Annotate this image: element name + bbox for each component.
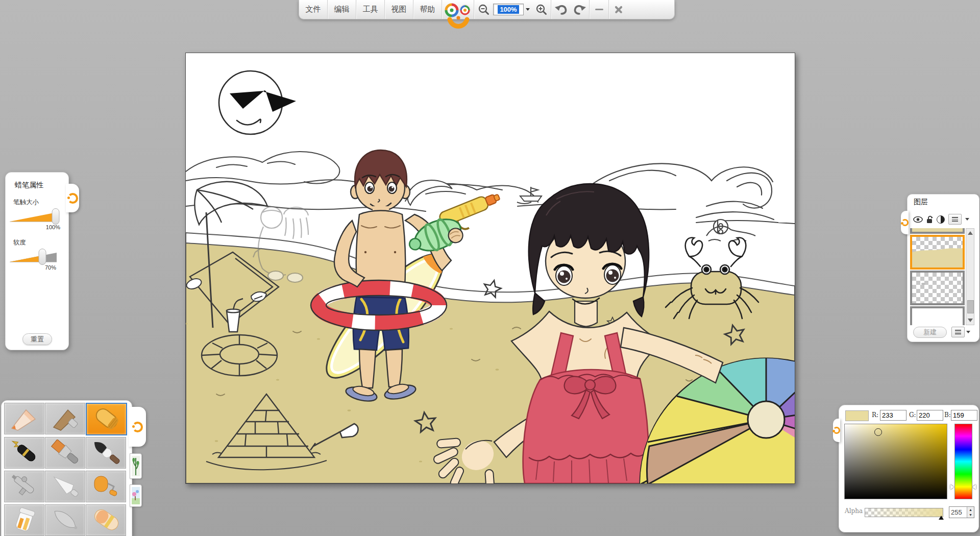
panel-collapse-tab[interactable] (901, 211, 909, 234)
picture-stamp-button[interactable] (130, 484, 142, 507)
sv-cursor[interactable] (874, 428, 882, 436)
zoom-in-button[interactable] (532, 0, 551, 19)
tool-eraser[interactable] (86, 504, 126, 536)
tool-paint-roller[interactable] (86, 471, 126, 502)
panel-collapse-tab[interactable] (833, 419, 840, 442)
color-picker-panel: R: G: B: Alpha ▲▼ (839, 405, 979, 532)
scroll-up-icon[interactable] (968, 231, 973, 235)
plant-icon (132, 456, 140, 476)
desktop: 文件 编辑 工具 视图 帮助 (0, 0, 980, 536)
close-icon (614, 5, 623, 14)
collapse-handle-icon (833, 427, 840, 434)
zoom-dropdown-button[interactable] (524, 0, 532, 19)
alpha-spinbox[interactable]: ▲▼ (949, 506, 974, 518)
saturation-value-picker[interactable] (844, 424, 947, 499)
new-layer-button[interactable]: 新建 (913, 327, 947, 338)
crayon-properties-panel: 蜡笔属性 笔触大小 100% 软度 70% 重置 (5, 172, 69, 350)
collapse-handle-icon (901, 219, 909, 226)
tool-palette-knife[interactable] (45, 471, 85, 502)
redo-icon (573, 4, 586, 16)
main-toolbar: 文件 编辑 工具 视图 帮助 (299, 0, 675, 19)
undo-icon (554, 4, 568, 16)
tool-paint-jar[interactable] (4, 504, 44, 536)
zoom-out-icon (478, 4, 490, 16)
zoom-level-field[interactable]: 100% (493, 4, 524, 15)
layer-visibility-eye-icon[interactable] (913, 216, 923, 223)
tool-palette-panel (1, 400, 132, 536)
layers-options-button[interactable] (951, 327, 965, 337)
tool-flat-brush[interactable] (45, 437, 85, 469)
drawing-canvas[interactable] (185, 53, 795, 484)
undo-button[interactable] (551, 0, 570, 19)
app-mascot-logo (442, 0, 474, 19)
menu-edit[interactable]: 编辑 (328, 0, 356, 19)
menu-view[interactable]: 视图 (385, 0, 413, 19)
b-label: B: (944, 411, 951, 419)
beach-scene-artwork (186, 53, 795, 483)
hue-marker-left[interactable] (950, 484, 954, 490)
tool-fountain-pen[interactable] (4, 437, 44, 469)
minimize-icon (595, 9, 603, 10)
panel-collapse-tab[interactable] (66, 184, 79, 212)
layer-item-selected[interactable] (910, 235, 965, 270)
plant-stamp-button[interactable] (130, 453, 142, 479)
r-label: R: (872, 411, 878, 419)
menu-file[interactable]: 文件 (299, 0, 327, 19)
picture-icon (132, 487, 140, 504)
layers-title: 图层 (914, 198, 979, 207)
close-button[interactable] (609, 0, 628, 19)
chevron-down-icon (526, 8, 530, 11)
minimize-button[interactable] (590, 0, 608, 19)
alpha-slider[interactable] (865, 508, 943, 517)
tool-colored-pencil[interactable] (4, 403, 44, 434)
brush-size-label: 笔触大小 (13, 198, 68, 207)
b-input[interactable] (951, 410, 977, 421)
softness-value: 70% (6, 264, 56, 271)
collapse-handle-icon (67, 193, 78, 204)
g-label: G: (909, 411, 916, 419)
scrollbar-thumb[interactable] (967, 300, 974, 313)
g-input[interactable] (917, 410, 943, 421)
redo-button[interactable] (570, 0, 589, 19)
layer-item-partial[interactable] (910, 228, 965, 234)
layer-blend-icon[interactable] (937, 215, 945, 224)
alpha-input[interactable] (949, 507, 967, 518)
r-input[interactable] (880, 410, 906, 421)
brush-size-slider[interactable] (9, 208, 65, 225)
layers-panel: 图层 新建 (907, 194, 979, 342)
scroll-down-icon[interactable] (968, 319, 973, 322)
reset-button[interactable]: 重置 (22, 333, 52, 345)
slider-handle[interactable] (39, 249, 46, 265)
layer-menu-button[interactable] (948, 214, 962, 225)
layer-list (910, 228, 965, 325)
tool-airbrush[interactable] (4, 471, 44, 502)
tool-metal-nib[interactable] (45, 504, 85, 536)
clown-face-icon (444, 2, 473, 31)
chevron-down-icon[interactable] (965, 218, 969, 221)
menu-tools[interactable]: 工具 (356, 0, 384, 19)
layer-item-white[interactable] (910, 306, 965, 325)
collapse-handle-icon (132, 422, 143, 432)
brush-size-value: 100% (6, 224, 60, 230)
alpha-marker[interactable] (939, 516, 944, 520)
softness-slider[interactable] (9, 248, 65, 265)
panel-title: 蜡笔属性 (15, 181, 68, 190)
tool-sketch-pencil[interactable] (45, 403, 85, 434)
slider-handle[interactable] (52, 209, 59, 225)
tool-crayon-selected[interactable] (86, 403, 127, 435)
hue-marker-right[interactable] (972, 484, 976, 490)
tool-chinese-brush[interactable] (86, 437, 126, 469)
layer-list-scrollbar[interactable] (966, 228, 974, 325)
zoom-in-icon (535, 4, 548, 16)
layer-item-transparent[interactable] (910, 271, 965, 305)
current-color-swatch (845, 410, 869, 421)
alpha-label: Alpha (845, 507, 863, 515)
palette-collapse-tab[interactable] (129, 407, 146, 447)
zoom-level-value: 100% (498, 5, 519, 14)
layer-lock-icon[interactable] (926, 215, 933, 224)
chevron-down-icon[interactable] (966, 331, 970, 333)
hue-slider[interactable] (954, 424, 972, 499)
spinner-arrows[interactable]: ▲▼ (967, 507, 974, 518)
menu-help[interactable]: 帮助 (413, 0, 442, 19)
zoom-out-button[interactable] (474, 0, 493, 19)
